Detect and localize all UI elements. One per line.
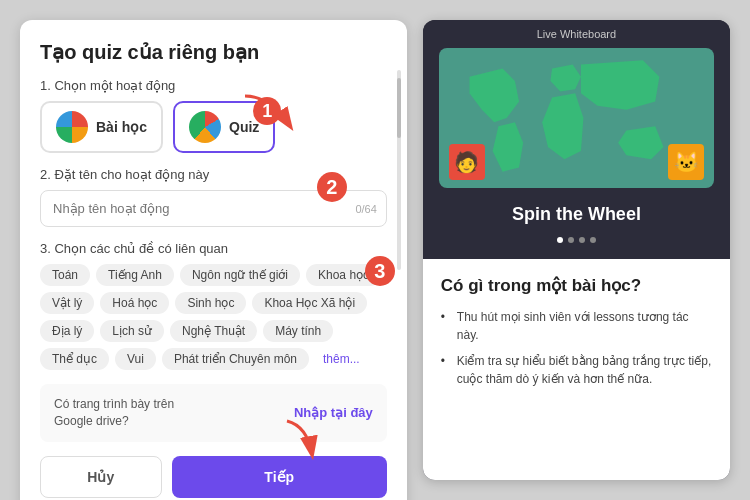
- bullet-list: Thu hút mọi sinh viên với lessons tương …: [441, 308, 712, 388]
- character-left: 🧑: [449, 144, 485, 180]
- badge-2: 2: [317, 172, 347, 202]
- quiz-icon: [189, 111, 221, 143]
- right-panel: Live Whiteboard: [423, 20, 730, 480]
- spin-wheel-label: Spin the Wheel: [423, 188, 730, 237]
- cancel-button[interactable]: Hủy: [40, 456, 162, 498]
- dot-4: [590, 237, 596, 243]
- world-map-svg: [453, 52, 701, 184]
- tag-vui[interactable]: Vui: [115, 348, 156, 370]
- co-gi-title: Có gì trong một bài học?: [441, 275, 712, 296]
- dot-1: [557, 237, 563, 243]
- bai-label: Bài học: [96, 119, 147, 135]
- panel-title: Tạo quiz của riêng bạn: [40, 40, 387, 64]
- tag-may-tinh[interactable]: Máy tính: [263, 320, 333, 342]
- main-container: Tạo quiz của riêng bạn 1. Chọn một hoạt …: [0, 0, 750, 500]
- bullet-2: Kiểm tra sự hiểu biết bằng bảng trắng tr…: [441, 352, 712, 388]
- badge-1: 1: [253, 97, 281, 125]
- quiz-label: Quiz: [229, 119, 259, 135]
- activity-row: Bài học Quiz 1: [40, 101, 387, 153]
- them-link[interactable]: thêm...: [315, 348, 368, 370]
- badge-3: 3: [365, 256, 395, 286]
- activity-bai[interactable]: Bài học: [40, 101, 163, 153]
- tag-lich-su[interactable]: Lịch sử: [100, 320, 164, 342]
- tag-dia-ly[interactable]: Địa lý: [40, 320, 94, 342]
- tag-the-duc[interactable]: Thể dục: [40, 348, 109, 370]
- tag-ngon-ngu[interactable]: Ngôn ngữ thế giới: [180, 264, 300, 286]
- arrow-4: [257, 416, 327, 466]
- dot-indicators: [423, 237, 730, 259]
- bottom-area: Hủy Tiếp: [40, 456, 387, 498]
- bai-icon: [56, 111, 88, 143]
- name-input-wrapper: 0/64 2: [40, 190, 387, 227]
- dot-3: [579, 237, 585, 243]
- tag-nghe-thuat[interactable]: Nghệ Thuật: [170, 320, 257, 342]
- section-1-label: 1. Chọn một hoạt động: [40, 78, 387, 93]
- scroll-bar: [397, 70, 401, 270]
- char-count: 0/64: [355, 203, 376, 215]
- bullet-1: Thu hút mọi sinh viên với lessons tương …: [441, 308, 712, 344]
- tag-vat-ly[interactable]: Vật lý: [40, 292, 94, 314]
- activity-quiz[interactable]: Quiz 1: [173, 101, 275, 153]
- tag-sinh-hoc[interactable]: Sinh học: [175, 292, 246, 314]
- character-right: 🐱: [668, 144, 704, 180]
- tags-container: Toán Tiếng Anh Ngôn ngữ thế giới Khoa họ…: [40, 264, 387, 370]
- topics-section: Toán Tiếng Anh Ngôn ngữ thế giới Khoa họ…: [40, 264, 387, 370]
- right-content: Có gì trong một bài học? Thu hút mọi sin…: [423, 259, 730, 480]
- tag-xa-hoi[interactable]: Khoa Học Xã hội: [252, 292, 367, 314]
- tag-hoa-hoc[interactable]: Hoá học: [100, 292, 169, 314]
- whiteboard-preview: 🧑 🐱: [439, 48, 714, 188]
- left-panel: Tạo quiz của riêng bạn 1. Chọn một hoạt …: [20, 20, 407, 500]
- tag-toan[interactable]: Toán: [40, 264, 90, 286]
- dot-2: [568, 237, 574, 243]
- tag-tieng-anh[interactable]: Tiếng Anh: [96, 264, 174, 286]
- google-drive-text: Có trang trình bày trênGoogle drive?: [54, 396, 174, 430]
- whiteboard-header: Live Whiteboard: [423, 20, 730, 48]
- google-drive-section: Có trang trình bày trênGoogle drive? Nhậ…: [40, 384, 387, 442]
- section-3-label: 3. Chọn các chủ đề có liên quan: [40, 241, 387, 256]
- tag-phat-trien[interactable]: Phát triển Chuyên môn: [162, 348, 309, 370]
- bottom-buttons: Hủy Tiếp: [40, 456, 387, 498]
